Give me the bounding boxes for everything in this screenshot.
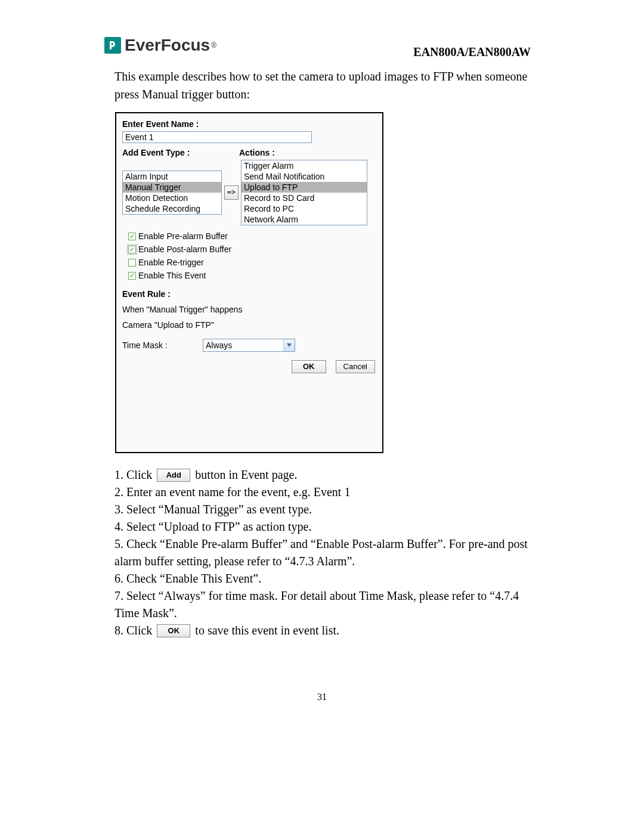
event-name-input[interactable] — [122, 131, 312, 143]
actions-listbox[interactable]: Trigger Alarm Send Mail Notification Upl… — [241, 160, 367, 225]
event-type-option[interactable]: Schedule Recording — [123, 203, 221, 214]
event-type-option[interactable]: Alarm Input — [123, 171, 221, 182]
enable-retrigger-checkbox[interactable]: Enable Re-trigger — [128, 258, 376, 267]
step-text: 8. Click — [114, 622, 152, 639]
checkbox-label: Enable Post-alarm Buffer — [138, 244, 231, 254]
enter-event-name-label: Enter Event Name : — [122, 119, 376, 129]
step-text: 7. Select “Always” for time mask. For de… — [114, 587, 532, 622]
actions-label: Actions : — [239, 148, 275, 157]
action-option[interactable]: Network Alarm — [242, 214, 367, 225]
ok-button-inline[interactable]: OK — [157, 624, 190, 637]
brand-logo-text: EverFocus — [125, 36, 210, 55]
checkbox-icon — [128, 272, 136, 280]
step-text: 2. Enter an event name for the event, e.… — [114, 484, 532, 501]
action-option[interactable]: Trigger Alarm — [242, 160, 367, 171]
brand-logo-icon — [104, 37, 121, 54]
step-text: 5. Check “Enable Pre-alarm Buffer” and “… — [114, 535, 532, 570]
model-number: EAN800A/EAN800AW — [413, 45, 531, 59]
step-text: 3. Select “Manual Trigger” as event type… — [114, 501, 532, 518]
step-text: to save this event in event list. — [195, 622, 339, 639]
add-button[interactable]: Add — [157, 469, 190, 482]
event-type-listbox[interactable]: Alarm Input Manual Trigger Motion Detect… — [122, 171, 222, 215]
enable-post-alarm-checkbox[interactable]: Enable Post-alarm Buffer — [128, 244, 376, 254]
checkbox-label: Enable Re-trigger — [138, 258, 204, 267]
action-option[interactable]: Record to SD Card — [242, 193, 367, 203]
event-type-option[interactable]: Manual Trigger — [123, 182, 221, 193]
assign-arrow-button[interactable]: => — [224, 185, 239, 200]
ok-button[interactable]: OK — [292, 360, 326, 373]
enable-pre-alarm-checkbox[interactable]: Enable Pre-alarm Buffer — [128, 231, 376, 241]
event-dialog: Enter Event Name : Add Event Type : Acti… — [115, 112, 383, 453]
cancel-button[interactable]: Cancel — [336, 360, 375, 373]
step-text: 4. Select “Upload to FTP” as action type… — [114, 518, 532, 535]
registered-icon: ® — [211, 41, 216, 49]
event-rule-line: Camera "Upload to FTP" — [122, 317, 376, 333]
action-option[interactable]: Upload to FTP — [242, 182, 367, 193]
event-rule-label: Event Rule : — [122, 286, 376, 302]
step-text: 1. Click — [114, 466, 152, 484]
brand-logo: EverFocus ® — [104, 36, 216, 55]
event-rule-line: When "Manual Trigger" happens — [122, 302, 376, 317]
time-mask-dropdown[interactable]: Always — [203, 339, 295, 352]
event-type-option[interactable]: Motion Detection — [123, 193, 221, 203]
chevron-down-icon — [283, 339, 295, 351]
action-option[interactable]: Record to PC — [242, 203, 367, 214]
time-mask-value: Always — [203, 340, 283, 350]
checkbox-icon — [128, 233, 136, 240]
step-text: button in Event page. — [195, 466, 297, 484]
add-event-type-label: Add Event Type : — [122, 148, 239, 157]
enable-this-event-checkbox[interactable]: Enable This Event — [128, 271, 376, 280]
checkbox-label: Enable Pre-alarm Buffer — [138, 231, 228, 241]
time-mask-label: Time Mask : — [122, 340, 203, 350]
checkbox-icon — [128, 246, 136, 253]
action-option[interactable]: Send Mail Notification — [242, 171, 367, 182]
manual-page: EverFocus ® EAN800A/EAN800AW This exampl… — [0, 0, 644, 833]
page-number: 31 — [0, 692, 644, 702]
step-text: 6. Check “Enable This Event”. — [114, 570, 532, 587]
checkbox-icon — [128, 259, 136, 267]
intro-paragraph: This example describes how to set the ca… — [114, 67, 532, 103]
instruction-steps: 1. Click Add button in Event page. 2. En… — [114, 466, 532, 639]
checkbox-label: Enable This Event — [138, 271, 206, 280]
